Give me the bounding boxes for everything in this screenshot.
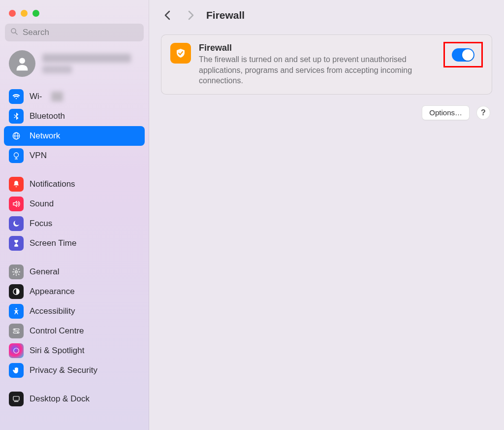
sidebar-item-appearance[interactable]: Appearance bbox=[4, 282, 145, 301]
firewall-card-title: Firewall bbox=[199, 43, 436, 53]
svg-point-16 bbox=[14, 348, 19, 354]
sidebar-item-accessibility[interactable]: Accessibility bbox=[4, 301, 145, 321]
sidebar-item-label: VPN bbox=[30, 151, 47, 161]
sidebar-item-label: Desktop & Dock bbox=[30, 394, 90, 404]
sidebar-item-sound[interactable]: Sound bbox=[4, 194, 145, 214]
sidebar-item-label: Notifications bbox=[30, 179, 75, 189]
minimize-window-button[interactable] bbox=[21, 10, 28, 17]
firewall-toggle[interactable] bbox=[452, 48, 474, 62]
window-controls bbox=[0, 5, 149, 24]
svg-point-15 bbox=[17, 332, 18, 333]
sidebar-item-screen-time[interactable]: Screen Time bbox=[4, 233, 145, 253]
wifi-icon bbox=[9, 89, 24, 104]
page-title: Firewall bbox=[206, 9, 245, 21]
sidebar-item-label: Screen Time bbox=[30, 238, 76, 248]
firewall-card: Firewall The firewall is turned on and s… bbox=[161, 34, 492, 95]
sidebar-item-bluetooth[interactable]: Bluetooth bbox=[4, 106, 145, 126]
gear-icon bbox=[9, 265, 24, 279]
switches-icon bbox=[9, 324, 24, 338]
back-button[interactable] bbox=[161, 8, 175, 22]
svg-line-1 bbox=[15, 33, 17, 34]
sidebar-item-label: Focus bbox=[30, 219, 52, 229]
firewall-card-description: The firewall is turned on and set up to … bbox=[199, 54, 436, 86]
firewall-icon bbox=[170, 43, 191, 64]
fullscreen-window-button[interactable] bbox=[32, 10, 39, 17]
bluetooth-icon bbox=[9, 109, 24, 124]
globe-icon bbox=[9, 129, 24, 143]
sidebar-item-label: Control Centre bbox=[30, 326, 84, 336]
svg-point-2 bbox=[19, 58, 25, 64]
moon-icon bbox=[9, 216, 24, 231]
actions-row: Options… ? bbox=[161, 95, 492, 131]
hourglass-icon bbox=[9, 236, 24, 251]
sidebar-item-wifi[interactable]: Wi- bbox=[4, 87, 145, 106]
bell-icon bbox=[9, 177, 24, 192]
svg-rect-14 bbox=[13, 332, 19, 333]
sidebar-item-vpn[interactable]: VPN bbox=[4, 146, 145, 165]
vpn-icon bbox=[9, 148, 24, 163]
svg-point-0 bbox=[11, 29, 16, 33]
sidebar-item-privacy-security[interactable]: Privacy & Security bbox=[4, 361, 145, 380]
dock-icon bbox=[9, 392, 24, 406]
svg-rect-17 bbox=[13, 397, 19, 400]
sidebar-item-label: Sound bbox=[30, 199, 54, 209]
sidebar-item-label: Accessibility bbox=[30, 306, 75, 316]
search-input-container[interactable] bbox=[5, 24, 144, 41]
search-input[interactable] bbox=[23, 28, 139, 37]
sidebar-item-network[interactable]: Network bbox=[4, 126, 145, 146]
firewall-card-body: Firewall The firewall is turned on and s… bbox=[199, 43, 436, 86]
hand-icon bbox=[9, 363, 24, 378]
options-button[interactable]: Options… bbox=[422, 105, 470, 120]
header: Firewall bbox=[149, 0, 504, 31]
sidebar: Wi- Bluetooth Network VPN N bbox=[0, 0, 149, 430]
svg-rect-12 bbox=[13, 329, 19, 331]
help-button[interactable]: ? bbox=[476, 106, 490, 120]
firewall-toggle-highlight bbox=[443, 42, 483, 67]
svg-point-11 bbox=[16, 308, 17, 309]
sidebar-item-notifications[interactable]: Notifications bbox=[4, 174, 145, 194]
account-sub-blurred bbox=[42, 66, 72, 73]
siri-icon bbox=[9, 343, 24, 358]
svg-point-13 bbox=[14, 329, 15, 330]
search-icon bbox=[10, 27, 19, 38]
sidebar-item-label: Wi- bbox=[30, 92, 42, 101]
sidebar-item-label: Appearance bbox=[30, 287, 75, 297]
svg-point-9 bbox=[15, 271, 18, 273]
sidebar-item-siri-spotlight[interactable]: Siri & Spotlight bbox=[4, 341, 145, 361]
account-name-blurred bbox=[42, 54, 131, 63]
svg-point-6 bbox=[14, 153, 19, 157]
sidebar-item-label: Network bbox=[30, 131, 60, 141]
wifi-label-blurred bbox=[51, 92, 63, 101]
main-area: Firewall The firewall is turned on and s… bbox=[149, 31, 504, 135]
sidebar-item-general[interactable]: General bbox=[4, 262, 145, 282]
account-row[interactable] bbox=[0, 46, 149, 84]
sidebar-item-desktop-dock[interactable]: Desktop & Dock bbox=[4, 389, 145, 409]
forward-button[interactable] bbox=[184, 8, 197, 22]
sidebar-item-label: Bluetooth bbox=[30, 111, 65, 121]
svg-rect-18 bbox=[14, 401, 19, 402]
avatar bbox=[9, 50, 35, 77]
sidebar-item-label: Siri & Spotlight bbox=[30, 346, 85, 356]
sidebar-nav: Wi- Bluetooth Network VPN N bbox=[0, 84, 149, 412]
speaker-icon bbox=[9, 197, 24, 211]
sidebar-item-focus[interactable]: Focus bbox=[4, 214, 145, 233]
toggle-knob bbox=[462, 49, 473, 61]
content-pane: Firewall Firewall The firewall is turned… bbox=[149, 0, 504, 430]
close-window-button[interactable] bbox=[9, 10, 16, 17]
sidebar-item-label: General bbox=[30, 267, 59, 277]
appearance-icon bbox=[9, 284, 24, 299]
sidebar-item-control-centre[interactable]: Control Centre bbox=[4, 321, 145, 341]
sidebar-item-label: Privacy & Security bbox=[30, 365, 97, 375]
accessibility-icon bbox=[9, 304, 24, 319]
